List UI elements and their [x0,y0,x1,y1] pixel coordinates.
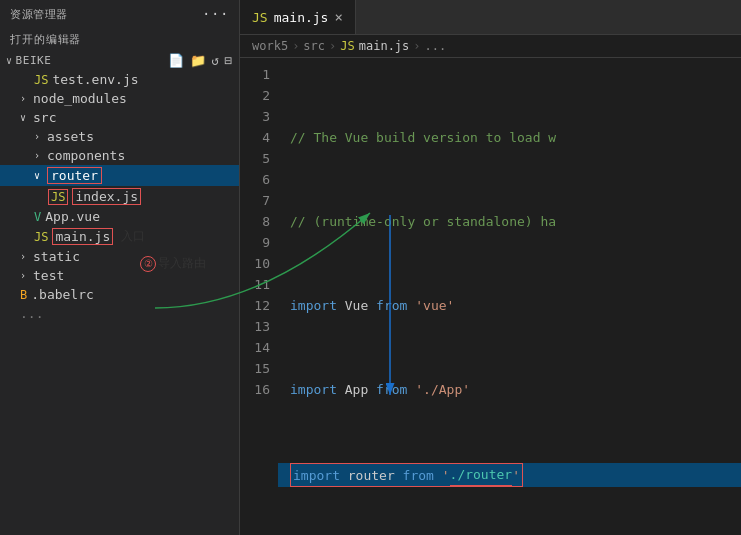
open-editors-label: 打开的编辑器 [0,28,239,51]
sidebar-header-icons: ··· [202,6,229,22]
close-tab-button[interactable]: × [334,9,342,25]
sidebar-title: 资源管理器 [10,7,68,22]
entry-label: 入口 [121,228,145,245]
babel-icon: B [20,288,27,302]
breadcrumb-dots: ... [425,39,447,53]
chevron-right-icon: › [20,270,30,281]
tree-item-test-env[interactable]: JS test.env.js [0,70,239,89]
code-line-2: // (runtime-only or standalone) ha [290,211,741,232]
tree-item-label: .babelrc [31,287,94,302]
tree-item-node-modules[interactable]: › node_modules [0,89,239,108]
tree-item-label: components [47,148,125,163]
tab-label: main.js [274,10,329,25]
breadcrumb-sep3: › [413,39,420,53]
tree-item-router[interactable]: ∨ router [0,165,239,186]
tree-item-label: assets [47,129,94,144]
breadcrumb-main-js: main.js [359,39,410,53]
tree-item-main-js[interactable]: JS main.js 入口 [0,226,239,247]
chevron-right-icon: › [20,251,30,262]
breadcrumb-js-icon: JS [340,39,354,53]
code-editor[interactable]: // The Vue build version to load w // (r… [278,58,741,535]
tree-item-babelrc[interactable]: B .babelrc [0,285,239,304]
tree-item-label: test.env.js [52,72,138,87]
collapse-icon[interactable]: ⊟ [225,53,233,68]
tree-item-label: index.js [72,188,141,205]
tree-item-label: static [33,249,80,264]
more-icon[interactable]: ··· [202,6,229,22]
tree-item-label: node_modules [33,91,127,106]
code-line-4: import App from './App' [290,379,741,400]
breadcrumb: work5 › src › JS main.js › ... [240,35,741,58]
project-root[interactable]: ∨ BEIKE 📄 📁 ↺ ⊟ [0,51,239,70]
js-tab-icon: JS [252,10,268,25]
editor-area: JS main.js × work5 › src › JS main.js › … [240,0,741,535]
breadcrumb-sep2: › [329,39,336,53]
js-icon: JS [48,189,68,205]
tree-item-router-label: router [47,167,102,184]
tree-item-assets[interactable]: › assets [0,127,239,146]
tree-item-index-js[interactable]: JS index.js [0,186,239,207]
chevron-down-icon: ∨ [34,170,44,181]
tree-item-static[interactable]: › static [0,247,239,266]
code-line-3: import Vue from 'vue' [290,295,741,316]
tree-item-app-vue[interactable]: V App.vue [0,207,239,226]
tab-bar: JS main.js × [240,0,741,35]
tree-item-label: App.vue [45,209,100,224]
tree-item-label: test [33,268,64,283]
breadcrumb-src: src [303,39,325,53]
breadcrumb-work5: work5 [252,39,288,53]
tab-main-js[interactable]: JS main.js × [240,0,356,34]
chevron-right-icon: › [34,131,44,142]
tree-item-test[interactable]: › test [0,266,239,285]
tree-item-label: src [33,110,56,125]
code-area: 1 2 3 4 5 6 7 8 9 10 11 12 13 14 15 16 /… [240,58,741,535]
js-icon: JS [34,230,48,244]
chevron-down-icon: ∨ [20,112,30,123]
project-icons: 📄 📁 ↺ ⊟ [168,53,233,68]
project-name: ∨ BEIKE [6,54,51,67]
code-line-1: // The Vue build version to load w [290,127,741,148]
js-icon: JS [34,73,48,87]
refresh-icon[interactable]: ↺ [211,53,219,68]
chevron-right-icon: › [20,93,30,104]
tree-item-components[interactable]: › components [0,146,239,165]
tree-item-label: ... [20,306,43,321]
sidebar-header: 资源管理器 ··· [0,0,239,28]
sidebar: 资源管理器 ··· 打开的编辑器 ∨ BEIKE 📄 📁 ↺ ⊟ JS test… [0,0,240,535]
code-line-5: import router from './router' ① [278,463,741,487]
chevron-right-icon: › [34,150,44,161]
chevron-down-icon: ∨ [6,55,13,66]
line-numbers: 1 2 3 4 5 6 7 8 9 10 11 12 13 14 15 16 [240,58,278,535]
sidebar-tree: ∨ BEIKE 📄 📁 ↺ ⊟ JS test.env.js › node_mo… [0,51,239,535]
tree-item-more[interactable]: ... [0,304,239,323]
new-folder-icon[interactable]: 📁 [190,53,207,68]
tree-item-main-js-label: main.js [52,228,113,245]
vue-icon: V [34,210,41,224]
new-file-icon[interactable]: 📄 [168,53,185,68]
breadcrumb-sep1: › [292,39,299,53]
tree-item-src[interactable]: ∨ src [0,108,239,127]
